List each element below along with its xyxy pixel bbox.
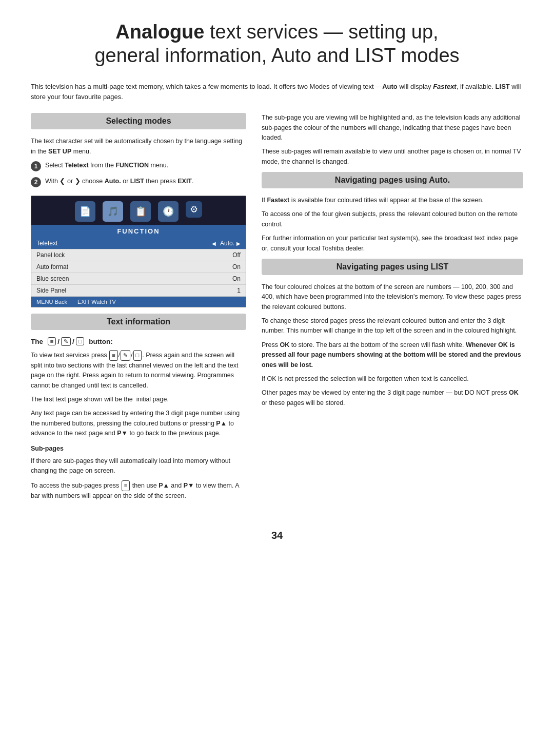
text-information-header: Text information xyxy=(31,314,246,330)
menu-row-autoformat-label: Auto format xyxy=(36,263,68,270)
nav-list-header: Navigating pages using LIST xyxy=(262,259,523,275)
subpages-para1: If there are sub-pages they will automat… xyxy=(31,456,246,476)
subpages-para2: To access the sub-pages press ≡ then use… xyxy=(31,480,246,501)
button-line: The ≡/ ✎/ □ button: xyxy=(31,337,246,346)
button-icon-2: ✎ xyxy=(61,337,71,346)
button-end-label: button: xyxy=(89,338,112,345)
title-line2: general information, Auto and LIST modes xyxy=(94,45,459,66)
arrow-right-icon xyxy=(236,240,241,247)
menu-icon-3: 📋 xyxy=(130,201,151,222)
selecting-modes-desc: The text character set will be automatic… xyxy=(31,137,246,157)
menu-function-header: FUNCTION xyxy=(31,225,246,238)
step-1-text: Select Teletext from the FUNCTION menu. xyxy=(45,161,168,170)
intro-middle: will display xyxy=(398,83,433,90)
menu-row-bluescreen-label: Blue screen xyxy=(36,275,69,282)
subpages-heading: Sub-pages xyxy=(31,444,246,454)
button-icon-1: ≡ xyxy=(48,337,56,345)
step-1-number: 1 xyxy=(31,161,41,171)
menu-icon-5: ⚙ xyxy=(186,201,202,218)
subpage-info-top: The sub-page you are viewing will be hig… xyxy=(262,113,523,167)
nav-list-para2: To change these stored pages press the r… xyxy=(262,316,523,336)
selecting-modes-body: The text character set will be automatic… xyxy=(31,137,246,187)
arrow-left-icon xyxy=(212,240,218,247)
menu-row-bluescreen: Blue screen On xyxy=(31,273,246,285)
menu-row-sidepanel-value: 1 xyxy=(237,287,241,294)
nav-auto-para1: If Fastext is available four coloured ti… xyxy=(262,196,523,205)
menu-footer-left: MENU Back xyxy=(36,299,67,305)
menu-icon-1: 📄 xyxy=(75,201,95,222)
nav-list-para3: Press OK to store. The bars at the botto… xyxy=(262,340,523,370)
main-content: Selecting modes The text character set w… xyxy=(31,113,523,509)
intro-text-start: This television has a multi-page text me… xyxy=(31,83,382,90)
left-column: Selecting modes The text character set w… xyxy=(31,113,246,509)
the-label: The xyxy=(31,338,43,345)
nav-auto-header: Navigating pages using Auto. xyxy=(262,172,523,188)
nav-auto-para3: For further information on your particul… xyxy=(262,234,523,254)
menu-row-teletext-value: Auto. xyxy=(212,240,241,247)
menu-icon-4: 🕐 xyxy=(158,201,179,222)
text-information-body: To view text services press ≡/✎/□. Press… xyxy=(31,350,246,501)
intro-end: , if available. xyxy=(457,83,496,90)
right-column: The sub-page you are viewing will be hig… xyxy=(262,113,523,509)
step-2-text: With ❮ or ❯ choose Auto. or LIST then pr… xyxy=(45,177,194,186)
inline-btn-2: ✎ xyxy=(121,350,130,361)
menu-row-teletext-label: Teletext xyxy=(36,240,57,247)
menu-row-teletext: Teletext Auto. xyxy=(31,238,246,249)
nav-auto-body: If Fastext is available four coloured ti… xyxy=(262,196,523,254)
button-icon-3: □ xyxy=(76,337,85,345)
nav-list-para1: The four coloured choices at the bottom … xyxy=(262,282,523,312)
inline-btn-3: □ xyxy=(133,350,142,361)
menu-footer: MENU Back EXIT Watch TV xyxy=(31,297,246,307)
menu-row-sidepanel-label: Side Panel xyxy=(36,287,66,294)
text-info-para2: The first text page shown will be the in… xyxy=(31,395,246,404)
menu-row-bluescreen-value: On xyxy=(232,275,241,282)
menu-row-autoformat-value: On xyxy=(232,263,241,270)
function-menu-screenshot: 📄 🎵 📋 🕐 ⚙ FUNCTION Teletext Auto. Pan xyxy=(31,196,246,307)
step-2: 2 With ❮ or ❯ choose Auto. or LIST then … xyxy=(31,177,246,187)
subpage-info-para1: The sub-page you are viewing will be hig… xyxy=(262,113,523,143)
step-1: 1 Select Teletext from the FUNCTION menu… xyxy=(31,161,246,171)
intro-paragraph: This television has a multi-page text me… xyxy=(31,82,523,102)
title-rest: text services — setting up, xyxy=(204,21,438,43)
menu-icon-2: 🎵 xyxy=(103,201,123,222)
intro-list: LIST xyxy=(496,83,510,90)
title-bold: Analogue xyxy=(115,21,204,43)
menu-icons-row: 📄 🎵 📋 🕐 ⚙ xyxy=(31,196,246,225)
menu-footer-right: EXIT Watch TV xyxy=(77,299,116,305)
text-info-para1: To view text services press ≡/✎/□. Press… xyxy=(31,350,246,391)
nav-auto-para2: To access one of the four given subjects… xyxy=(262,209,523,229)
page-number: 34 xyxy=(31,530,523,541)
nav-list-body: The four coloured choices at the bottom … xyxy=(262,282,523,408)
page-title: Analogue text services — setting up, gen… xyxy=(31,21,523,67)
text-info-para3: Any text page can be accessed by enterin… xyxy=(31,409,246,438)
menu-row-panellock: Panel lock Off xyxy=(31,249,246,261)
text-information-section: Text information The ≡/ ✎/ □ button: To … xyxy=(31,314,246,501)
subpage-info-para2: These sub-pages will remain available to… xyxy=(262,147,523,167)
menu-rows: Teletext Auto. Panel lock Off Auto forma… xyxy=(31,238,246,297)
intro-fastext: Fastext xyxy=(433,83,457,90)
intro-auto: Auto xyxy=(382,83,398,90)
nav-list-para4: If OK is not pressed the selection will … xyxy=(262,374,523,384)
selecting-modes-header: Selecting modes xyxy=(31,113,246,129)
menu-row-panellock-value: Off xyxy=(232,251,241,259)
menu-row-panellock-label: Panel lock xyxy=(36,251,65,259)
step-2-number: 2 xyxy=(31,177,41,187)
inline-btn-1: ≡ xyxy=(109,350,117,361)
subpages-btn: ≡ xyxy=(122,480,130,491)
menu-row-autoformat: Auto format On xyxy=(31,261,246,273)
nav-list-para5: Other pages may be viewed by entering th… xyxy=(262,388,523,408)
menu-row-sidepanel: Side Panel 1 xyxy=(31,285,246,297)
